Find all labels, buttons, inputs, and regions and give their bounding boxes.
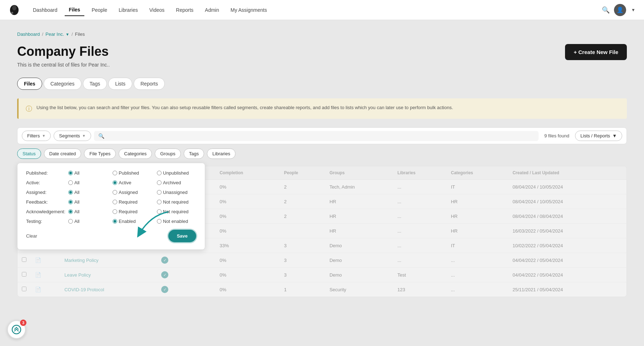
categories-cell: HR bbox=[447, 224, 508, 238]
completion-cell: 0% bbox=[215, 253, 279, 268]
assigned-options: All Assigned Unassigned bbox=[68, 190, 196, 195]
published-unpublished-option[interactable]: Unpublished bbox=[157, 170, 196, 176]
search-input[interactable] bbox=[106, 133, 534, 138]
nav-reports[interactable]: Reports bbox=[172, 4, 198, 16]
feedback-required-radio[interactable] bbox=[113, 200, 117, 204]
lists-reports-button[interactable]: Lists / Reports ▼ bbox=[575, 131, 622, 141]
nav-my-assignments[interactable]: My Assignments bbox=[226, 4, 271, 16]
assigned-all-radio[interactable] bbox=[68, 190, 73, 195]
breadcrumb-company[interactable]: Pear Inc. ▼ bbox=[45, 31, 69, 37]
testing-enabled-radio[interactable] bbox=[113, 219, 117, 224]
assigned-unassigned-option[interactable]: Unassigned bbox=[157, 190, 196, 195]
create-new-file-button[interactable]: + Create New File bbox=[565, 44, 627, 60]
tab-lists[interactable]: Lists bbox=[108, 78, 132, 90]
file-name-link[interactable]: COVID-19 Protocol bbox=[64, 287, 153, 292]
row-checkbox[interactable] bbox=[22, 257, 26, 262]
active-label: Active: bbox=[26, 180, 65, 185]
nav-people[interactable]: People bbox=[87, 4, 112, 16]
published-all-radio[interactable] bbox=[68, 171, 73, 175]
filter-section: Status Date created File Types Categorie… bbox=[17, 148, 627, 159]
assigned-assigned-radio[interactable] bbox=[113, 190, 117, 195]
testing-all-option[interactable]: All bbox=[68, 219, 108, 224]
breadcrumb-dashboard[interactable]: Dashboard bbox=[17, 31, 40, 37]
testing-not-enabled-radio[interactable] bbox=[157, 219, 162, 224]
file-name-link[interactable]: Marketing Policy bbox=[64, 258, 153, 263]
status-dot: ✓ bbox=[161, 257, 168, 264]
assigned-all-option[interactable]: All bbox=[68, 190, 108, 195]
created-cell: 16/03/2022 / 05/04/2024 bbox=[508, 224, 626, 238]
published-all-option[interactable]: All bbox=[68, 170, 108, 176]
tab-tags[interactable]: Tags bbox=[83, 78, 107, 90]
testing-all-radio[interactable] bbox=[68, 219, 73, 224]
ack-required-radio[interactable] bbox=[113, 209, 117, 214]
row-checkbox[interactable] bbox=[22, 287, 26, 291]
published-published-radio[interactable] bbox=[113, 171, 117, 175]
filter-tag-groups[interactable]: Groups bbox=[155, 148, 181, 159]
logo[interactable] bbox=[9, 4, 20, 16]
save-button[interactable]: Save bbox=[168, 230, 196, 242]
avatar[interactable]: 👤 bbox=[614, 4, 626, 16]
groups-cell: HR bbox=[325, 209, 393, 224]
active-active-radio[interactable] bbox=[113, 180, 117, 185]
page-header: Company Files This is the central list o… bbox=[17, 44, 627, 78]
search-icon[interactable]: 🔍 bbox=[602, 6, 610, 14]
active-options: All Active Archived bbox=[68, 180, 196, 185]
status-dot: ✓ bbox=[161, 271, 168, 278]
published-published-option[interactable]: Published bbox=[113, 170, 152, 176]
published-unpublished-radio[interactable] bbox=[157, 171, 162, 175]
filters-button[interactable]: Filters ▼ bbox=[22, 131, 51, 141]
ack-all-option[interactable]: All bbox=[68, 209, 108, 214]
nav-files[interactable]: Files bbox=[65, 4, 85, 16]
info-banner: ⓘ Using the list below, you can search a… bbox=[17, 98, 627, 119]
ack-not-required-radio[interactable] bbox=[157, 209, 162, 214]
testing-enabled-option[interactable]: Enabled bbox=[113, 219, 152, 224]
row-checkbox[interactable] bbox=[22, 272, 26, 277]
feedback-all-radio[interactable] bbox=[68, 200, 73, 204]
active-archived-radio[interactable] bbox=[157, 180, 162, 185]
assigned-unassigned-radio[interactable] bbox=[157, 190, 162, 195]
testing-not-enabled-option[interactable]: Not enabled bbox=[157, 219, 196, 224]
active-all-option[interactable]: All bbox=[68, 180, 108, 185]
published-options: All Published Unpublished bbox=[68, 170, 196, 176]
filter-tag-status[interactable]: Status bbox=[17, 148, 41, 159]
ack-all-radio[interactable] bbox=[68, 209, 73, 214]
bottom-widget[interactable]: 3 bbox=[7, 320, 26, 339]
active-active-option[interactable]: Active bbox=[113, 180, 152, 185]
feedback-not-required-radio[interactable] bbox=[157, 200, 162, 204]
nav-videos[interactable]: Videos bbox=[145, 4, 169, 16]
active-archived-option[interactable]: Archived bbox=[157, 180, 196, 185]
filter-tag-date-created[interactable]: Date created bbox=[44, 148, 81, 159]
feedback-filter-row: Feedback: All Required Not required bbox=[26, 199, 196, 205]
feedback-all-option[interactable]: All bbox=[68, 199, 108, 205]
svg-point-1 bbox=[12, 5, 16, 10]
tab-files[interactable]: Files bbox=[17, 78, 42, 90]
widget-button[interactable]: 3 bbox=[7, 320, 26, 339]
ack-not-required-option[interactable]: Not required bbox=[157, 209, 196, 214]
feedback-required-option[interactable]: Required bbox=[113, 199, 152, 205]
assigned-filter-row: Assigned: All Assigned Unassigned bbox=[26, 190, 196, 195]
created-cell: 08/04/2024 / 10/05/2024 bbox=[508, 194, 626, 209]
nav-dashboard[interactable]: Dashboard bbox=[29, 4, 62, 16]
tab-reports[interactable]: Reports bbox=[134, 78, 165, 90]
file-name-link[interactable]: Leave Policy bbox=[64, 272, 153, 278]
libraries-cell: ... bbox=[393, 238, 447, 253]
feedback-not-required-option[interactable]: Not required bbox=[157, 199, 196, 205]
widget-badge: 3 bbox=[20, 320, 26, 326]
nav-admin[interactable]: Admin bbox=[200, 4, 223, 16]
filter-tag-categories[interactable]: Categories bbox=[119, 148, 152, 159]
libraries-cell: ... bbox=[393, 194, 447, 209]
tab-bar: Files Categories Tags Lists Reports bbox=[17, 78, 627, 90]
clear-button[interactable]: Clear bbox=[26, 233, 37, 239]
assigned-assigned-option[interactable]: Assigned bbox=[113, 190, 152, 195]
filter-tag-file-types[interactable]: File Types bbox=[84, 148, 116, 159]
segments-button[interactable]: Segments ▼ bbox=[54, 131, 91, 141]
completion-cell: 0% bbox=[215, 194, 279, 209]
ack-required-option[interactable]: Required bbox=[113, 209, 152, 214]
active-all-radio[interactable] bbox=[68, 180, 73, 185]
nav-right: 🔍 👤 ▼ bbox=[602, 4, 635, 16]
filter-tag-tags[interactable]: Tags bbox=[184, 148, 204, 159]
nav-libraries[interactable]: Libraries bbox=[114, 4, 142, 16]
filter-tag-libraries[interactable]: Libraries bbox=[207, 148, 236, 159]
tab-categories[interactable]: Categories bbox=[44, 78, 81, 90]
chevron-down-icon[interactable]: ▼ bbox=[631, 8, 635, 13]
